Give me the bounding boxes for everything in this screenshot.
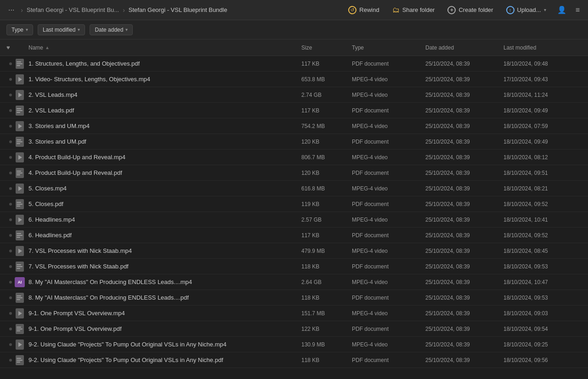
file-size: 118 KB xyxy=(301,263,352,270)
file-date-added: 25/10/2024, 08:39 xyxy=(425,170,503,176)
file-type: MPEG-4 video xyxy=(352,341,425,348)
table-row[interactable]: AI8. My "AI Masterclass" On Producing EN… xyxy=(0,274,588,290)
upload-button[interactable]: ↑ Upload... ▾ xyxy=(502,3,551,17)
table-row[interactable]: 9-1. One Prompt VSL Overview.pdf122 KBPD… xyxy=(0,321,588,337)
table-row[interactable]: 5. Closes.mp4616.8 MBMPEG-4 video25/10/2… xyxy=(0,181,588,196)
video-file-icon xyxy=(15,152,25,162)
file-name: 4. Product Build-Up and Reveal.mp4 xyxy=(28,154,301,161)
table-row[interactable]: 9-2. Using Claude "Projects" To Pump Out… xyxy=(0,352,588,368)
table-row[interactable]: 8. My "AI Masterclass" On Producing ENDL… xyxy=(0,290,588,306)
table-row[interactable]: 4. Product Build-Up and Reveal.pdf120 KB… xyxy=(0,165,588,181)
file-date-added: 25/10/2024, 08:39 xyxy=(425,217,503,223)
video-file-icon xyxy=(15,184,25,194)
file-date-modified: 17/10/2024, 09:43 xyxy=(503,76,582,83)
breadcrumb-item-2[interactable]: Stefan Georgi - VSL Blueprint Bundle xyxy=(129,6,227,13)
rewind-label: Rewind xyxy=(359,6,379,13)
favorite-dot[interactable] xyxy=(6,250,15,252)
share-folder-button[interactable]: 🗂 Share folder xyxy=(388,3,440,17)
file-date-added: 25/10/2024, 08:39 xyxy=(425,357,503,363)
more-options-button[interactable]: ··· xyxy=(6,4,17,16)
size-col-header[interactable]: Size xyxy=(301,45,352,51)
file-type: PDF document xyxy=(352,170,425,176)
favorite-dot[interactable] xyxy=(6,125,15,128)
favorite-dot[interactable] xyxy=(6,156,15,159)
favorite-dot[interactable] xyxy=(6,187,15,190)
table-row[interactable]: 2. VSL Leads.pdf117 KBPDF document25/10/… xyxy=(0,103,588,118)
table-row[interactable]: 7. VSL Processes with Nick Staab.pdf118 … xyxy=(0,259,588,274)
favorite-dot[interactable] xyxy=(6,265,15,268)
favorite-dot[interactable] xyxy=(6,359,15,362)
file-type: MPEG-4 video xyxy=(352,154,425,161)
last-modified-filter-button[interactable]: Last modified ▾ xyxy=(38,24,85,35)
file-name: 6. Headlines.pdf xyxy=(28,232,301,239)
table-row[interactable]: 2. VSL Leads.mp42.74 GBMPEG-4 video25/10… xyxy=(0,87,588,103)
table-row[interactable]: 1. Structures, Lengths, and Objectives.p… xyxy=(0,56,588,72)
favorite-dot[interactable] xyxy=(6,94,15,96)
table-row[interactable]: 9-1. One Prompt VSL Overview.mp4151.7 MB… xyxy=(0,306,588,321)
file-name: 3. Stories and UM.mp4 xyxy=(28,123,301,129)
account-button[interactable]: 👤 xyxy=(554,4,569,16)
file-type: MPEG-4 video xyxy=(352,92,425,98)
favorite-dot[interactable] xyxy=(6,343,15,346)
favorite-dot[interactable] xyxy=(6,62,15,65)
file-date-added: 25/10/2024, 08:39 xyxy=(425,263,503,270)
name-sort-icon: ▲ xyxy=(45,45,50,50)
file-type: PDF document xyxy=(352,232,425,239)
table-row[interactable]: 1. Video- Structures, Lengths, Objective… xyxy=(0,72,588,87)
favorite-dot[interactable] xyxy=(6,140,15,143)
file-size: 754.2 MB xyxy=(301,123,352,129)
favorite-dot[interactable] xyxy=(6,312,15,315)
favorite-dot[interactable] xyxy=(6,234,15,237)
favorite-dot[interactable] xyxy=(6,218,15,221)
table-row[interactable]: 6. Headlines.pdf117 KBPDF document25/10/… xyxy=(0,228,588,243)
file-size: 2.57 GB xyxy=(301,217,352,223)
rewind-icon: ↺ xyxy=(348,6,356,14)
file-type: PDF document xyxy=(352,295,425,301)
file-size: 151.7 MB xyxy=(301,310,352,317)
name-col-header[interactable]: Name ▲ xyxy=(28,45,301,51)
table-row[interactable]: 6. Headlines.mp42.57 GBMPEG-4 video25/10… xyxy=(0,212,588,228)
breadcrumb-item-1[interactable]: Stefan Georgi - VSL Blueprint Bu... xyxy=(27,6,119,13)
account-icon: 👤 xyxy=(557,6,566,14)
table-row[interactable]: 9-2. Using Claude "Projects" To Pump Out… xyxy=(0,337,588,352)
breadcrumb-sep-2: › xyxy=(123,6,125,14)
file-name: 2. VSL Leads.mp4 xyxy=(28,91,301,98)
file-date-modified: 18/10/2024, 09:52 xyxy=(503,201,582,207)
favorite-dot[interactable] xyxy=(6,172,15,174)
breadcrumb-sep-1: › xyxy=(21,6,23,14)
file-date-added: 25/10/2024, 08:39 xyxy=(425,107,503,114)
last-modified-col-header[interactable]: Last modified xyxy=(503,45,582,51)
table-row[interactable]: 3. Stories and UM.pdf120 KBPDF document2… xyxy=(0,134,588,150)
file-type: PDF document xyxy=(352,326,425,332)
menu-button[interactable]: ≡ xyxy=(573,4,582,16)
file-date-added: 25/10/2024, 08:39 xyxy=(425,76,503,83)
file-size: 806.7 MB xyxy=(301,154,352,161)
date-added-filter-button[interactable]: Date added ▾ xyxy=(90,24,133,35)
file-type: PDF document xyxy=(352,263,425,270)
video-file-icon xyxy=(15,246,25,256)
table-header: ♥ Name ▲ Size Type Date added Last modif… xyxy=(0,39,588,56)
file-size: 2.74 GB xyxy=(301,92,352,98)
rewind-button[interactable]: ↺ Rewind xyxy=(344,3,384,17)
table-row[interactable]: 4. Product Build-Up and Reveal.mp4806.7 … xyxy=(0,150,588,165)
date-added-col-header[interactable]: Date added xyxy=(425,45,503,51)
favorite-dot[interactable] xyxy=(6,281,15,284)
file-date-added: 25/10/2024, 08:39 xyxy=(425,341,503,348)
favorite-dot[interactable] xyxy=(6,328,15,330)
pdf-file-icon xyxy=(15,137,25,147)
type-col-header[interactable]: Type xyxy=(352,45,425,51)
date-added-chevron-icon: ▾ xyxy=(125,27,128,32)
favorite-col-header[interactable]: ♥ xyxy=(6,44,15,51)
file-size: 120 KB xyxy=(301,139,352,145)
table-row[interactable]: 3. Stories and UM.mp4754.2 MBMPEG-4 vide… xyxy=(0,118,588,134)
favorite-dot[interactable] xyxy=(6,296,15,299)
type-filter-button[interactable]: Type ▾ xyxy=(6,24,33,35)
table-row[interactable]: 5. Closes.pdf119 KBPDF document25/10/202… xyxy=(0,196,588,212)
table-row[interactable]: 7. VSL Processes with Nick Staab.mp4479.… xyxy=(0,243,588,259)
create-folder-button[interactable]: + Create folder xyxy=(443,3,498,17)
favorite-dot[interactable] xyxy=(6,78,15,81)
file-name: 7. VSL Processes with Nick Staab.pdf xyxy=(28,263,301,270)
favorite-dot[interactable] xyxy=(6,203,15,206)
file-size: 479.9 MB xyxy=(301,248,352,254)
favorite-dot[interactable] xyxy=(6,109,15,112)
